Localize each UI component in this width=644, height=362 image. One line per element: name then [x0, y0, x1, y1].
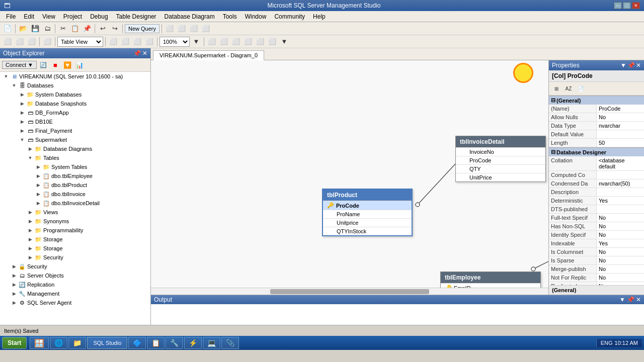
tb2-btn1[interactable]: ⬜ — [2, 36, 13, 47]
save-button[interactable]: 💾 — [30, 23, 41, 34]
tblInvoiceDetail-row-ProCode[interactable]: ProCode — [456, 156, 545, 164]
tb2-btn14[interactable]: ⬜ — [267, 36, 278, 47]
new-query-label[interactable]: New Query — [125, 24, 159, 33]
mgmt-expand[interactable]: ▶ — [10, 290, 18, 298]
menu-table-designer[interactable]: Table Designer — [112, 12, 160, 21]
oe-report-button[interactable]: 📊 — [74, 59, 85, 70]
tree-security-db[interactable]: ▶ 📁 Security — [0, 253, 150, 262]
fp-expand[interactable]: ▶ — [18, 127, 26, 135]
save-all-button[interactable]: 🗂 — [42, 23, 53, 34]
tree-system-tables[interactable]: ▶ 📁 System Tables — [0, 162, 150, 171]
oe-filter-button[interactable]: 🔽 — [62, 59, 73, 70]
props-len-val[interactable]: 50 — [597, 139, 644, 147]
minimize-button[interactable]: ─ — [614, 2, 622, 9]
tree-supermarket[interactable]: ▼ 🗃 Supermarket — [0, 135, 150, 144]
taskbar-vs[interactable]: 🔷 — [128, 337, 146, 349]
repl-expand[interactable]: ▶ — [10, 281, 18, 289]
tree-tblInvoiceDetail[interactable]: ▶ 📋 dbo.tblInvoiceDetail — [0, 199, 150, 208]
so-expand[interactable]: ▶ — [10, 272, 18, 280]
tables-expand[interactable]: ▼ — [26, 154, 34, 162]
tblProduct-row-ProName[interactable]: ProName — [323, 210, 412, 218]
sb-expand[interactable]: ▶ — [26, 235, 34, 243]
tblInvoiceDetail-row-InvoiceNo[interactable]: InvoiceNo — [456, 147, 545, 156]
tb2-btn9[interactable]: ⬜ — [206, 36, 217, 47]
sm-expand[interactable]: ▼ — [18, 136, 26, 144]
table-view-combo[interactable]: Table View Column View — [57, 37, 103, 47]
btn-misc1[interactable]: ⬜ — [164, 23, 175, 34]
connect-button[interactable]: Connect ▼ — [2, 61, 37, 69]
db10e-expand[interactable]: ▶ — [18, 118, 26, 126]
props-close-icon[interactable]: ✕ — [636, 62, 641, 69]
taskbar-windows[interactable]: 🪟 — [30, 337, 49, 349]
taskbar-misc1[interactable]: 📋 — [147, 337, 165, 349]
oe-refresh-button[interactable]: 🔄 — [38, 59, 49, 70]
taskbar-misc4[interactable]: 💻 — [203, 337, 220, 349]
props-det-val[interactable]: Yes — [597, 197, 644, 205]
props-defval-val[interactable] — [597, 130, 644, 138]
props-dropdown-icon[interactable]: ▼ — [620, 62, 626, 69]
props-pages-button[interactable]: 📄 — [575, 83, 586, 94]
props-general-section[interactable]: ⊟ (General) — [549, 96, 644, 105]
tb2-btn11[interactable]: ⬜ — [230, 36, 242, 47]
table-tblInvoiceDetail[interactable]: tblInvoiceDetail InvoiceNo ProCode — [455, 136, 546, 182]
tree-security[interactable]: ▶ 🔒 Security — [0, 262, 150, 271]
btn-misc3[interactable]: ⬜ — [188, 23, 199, 34]
invd-expand[interactable]: ▶ — [34, 199, 42, 207]
views-expand[interactable]: ▶ — [26, 208, 34, 216]
secdb-expand[interactable]: ▶ — [26, 253, 34, 261]
btn-misc2[interactable]: ⬜ — [176, 23, 187, 34]
open-button[interactable]: 📂 — [18, 23, 29, 34]
systables-expand[interactable]: ▶ — [34, 163, 42, 171]
tb2-btn13[interactable]: ⬜ — [255, 36, 266, 47]
menu-debug[interactable]: Debug — [86, 12, 112, 21]
syn-expand[interactable]: ▶ — [26, 217, 34, 225]
props-db-designer-section[interactable]: ⊟ Database Designer — [549, 147, 644, 156]
menu-tools[interactable]: Tools — [219, 12, 241, 21]
tree-tables[interactable]: ▼ 📁 Tables — [0, 153, 150, 162]
tblInvoiceDetail-row-UnitPrice[interactable]: UnitPrice — [456, 173, 545, 182]
tree-management[interactable]: ▶ 🔧 Management — [0, 289, 150, 298]
diagrams-expand[interactable]: ▶ — [26, 145, 34, 153]
tree-tblInvoice[interactable]: ▶ 📋 dbo.tblInvoice — [0, 190, 150, 199]
props-pin-icon[interactable]: 📌 — [627, 62, 635, 69]
prog-expand[interactable]: ▶ — [26, 226, 34, 234]
tree-views[interactable]: ▶ 📁 Views — [0, 208, 150, 217]
tree-system-databases[interactable]: ▶ 📁 System Databases — [0, 90, 150, 99]
table-tblProduct[interactable]: tblProduct 🔑 ProCode ProName Unitpr — [322, 189, 413, 236]
oe-stop-button[interactable]: ■ — [50, 59, 61, 70]
paste-button[interactable]: 📌 — [82, 23, 93, 34]
output-dropdown-icon[interactable]: ▼ — [619, 296, 625, 303]
props-sp-val[interactable]: No — [597, 256, 644, 264]
menu-window[interactable]: Window — [241, 12, 271, 21]
props-cs-val[interactable]: No — [597, 248, 644, 256]
tb2-dropdown[interactable]: ▼ — [191, 36, 202, 47]
server-expand-icon[interactable]: ▼ — [2, 72, 10, 80]
taskbar-misc2[interactable]: 🔧 — [166, 337, 183, 349]
menu-file[interactable]: File — [2, 12, 20, 21]
tree-server[interactable]: ▼ 🖥 VIREAKNUM (SQL Server 10.0.1600 - sa… — [0, 72, 150, 81]
oe-close-icon[interactable]: ✕ — [142, 50, 147, 57]
menu-view[interactable]: View — [38, 12, 59, 21]
maximize-button[interactable]: □ — [623, 2, 631, 9]
horizontal-scrollbar[interactable] — [151, 288, 548, 295]
menu-project[interactable]: Project — [59, 12, 86, 21]
agent-expand[interactable]: ▶ — [10, 299, 18, 307]
tree-databases[interactable]: ▼ 🗄 Databases — [0, 81, 150, 90]
tree-programmability[interactable]: ▶ 📁 Programmability — [0, 226, 150, 235]
undo-button[interactable]: ↩ — [97, 23, 108, 34]
databases-expand-icon[interactable]: ▼ — [10, 81, 18, 89]
formapp-expand[interactable]: ▶ — [18, 109, 26, 117]
tree-sql-agent[interactable]: ▶ ⚙ SQL Server Agent — [0, 298, 150, 307]
taskbar-explorer[interactable]: 📁 — [68, 337, 86, 349]
taskbar-misc5[interactable]: 📎 — [221, 337, 239, 349]
menu-help[interactable]: Help — [309, 12, 330, 21]
inv-expand[interactable]: ▶ — [34, 190, 42, 198]
cut-button[interactable]: ✂ — [57, 23, 68, 34]
sys-db-expand[interactable]: ▶ — [18, 90, 26, 99]
tb2-btn12[interactable]: ⬜ — [243, 36, 254, 47]
taskbar-ssms[interactable]: SQL Studio — [87, 337, 127, 349]
sec-expand[interactable]: ▶ — [10, 262, 18, 270]
tb2-btn4[interactable]: ⬜ — [42, 36, 53, 47]
props-ft-val[interactable]: No — [597, 214, 644, 222]
tree-storage[interactable]: ▶ 📁 Storage — [0, 244, 150, 253]
